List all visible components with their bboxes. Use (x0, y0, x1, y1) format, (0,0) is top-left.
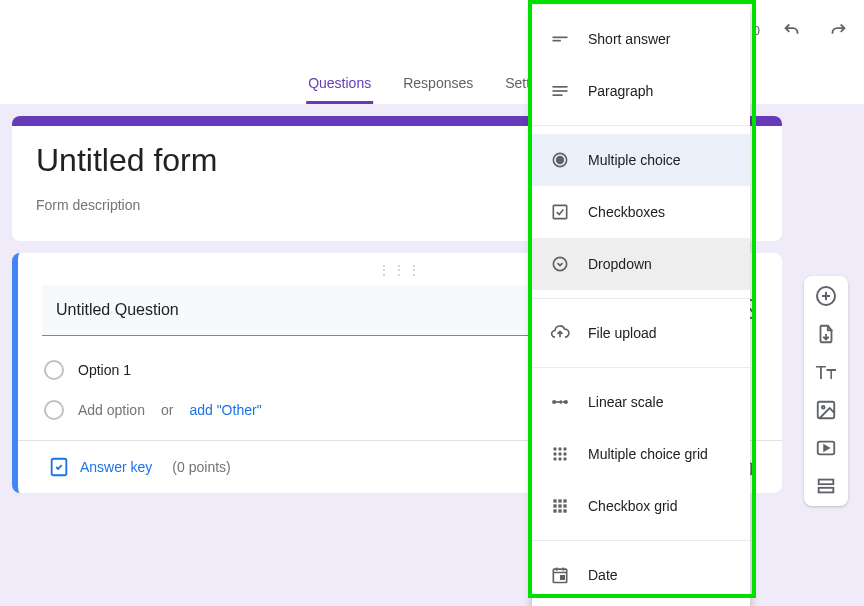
undo-button[interactable] (778, 16, 806, 44)
radio-icon (44, 360, 64, 380)
menu-item-checkboxes[interactable]: Checkboxes (532, 186, 750, 238)
svg-point-16 (557, 157, 564, 164)
svg-point-25 (558, 447, 561, 450)
menu-label: Checkboxes (588, 204, 665, 220)
option-1-text[interactable]: Option 1 (78, 362, 131, 378)
paragraph-icon (548, 79, 572, 103)
menu-item-date[interactable]: Date (532, 549, 750, 601)
svg-point-28 (558, 452, 561, 455)
menu-item-checkbox-grid[interactable]: Checkbox grid (532, 480, 750, 532)
svg-rect-39 (553, 509, 556, 512)
svg-point-24 (553, 447, 556, 450)
svg-rect-35 (563, 499, 566, 502)
svg-rect-8 (819, 480, 834, 485)
menu-separator (532, 367, 750, 368)
tab-responses[interactable]: Responses (401, 65, 475, 104)
menu-item-multiple-choice[interactable]: Multiple choice (532, 134, 750, 186)
menu-separator (532, 125, 750, 126)
dropdown-icon (548, 252, 572, 276)
menu-label: Multiple choice (588, 152, 681, 168)
svg-rect-11 (553, 40, 561, 42)
add-title-button[interactable]: Tᴛ (814, 360, 838, 384)
grid-dots-icon (548, 442, 572, 466)
add-section-button[interactable] (814, 474, 838, 498)
svg-point-30 (553, 457, 556, 460)
svg-point-31 (558, 457, 561, 460)
svg-point-19 (552, 400, 556, 404)
cloud-upload-icon (548, 321, 572, 345)
radio-selected-icon (548, 148, 572, 172)
import-questions-button[interactable] (814, 322, 838, 346)
add-image-toolbar-button[interactable] (814, 398, 838, 422)
svg-rect-10 (553, 37, 568, 39)
menu-label: Date (588, 567, 618, 583)
svg-rect-9 (819, 488, 834, 493)
menu-item-short-answer[interactable]: Short answer (532, 13, 750, 65)
svg-rect-36 (553, 504, 556, 507)
header-actions: ts: 0 (735, 16, 852, 44)
svg-rect-14 (553, 94, 563, 96)
short-answer-icon (548, 27, 572, 51)
menu-item-paragraph[interactable]: Paragraph (532, 65, 750, 117)
svg-point-26 (563, 447, 566, 450)
add-video-button[interactable] (814, 436, 838, 460)
tab-questions[interactable]: Questions (306, 65, 373, 104)
radio-icon (44, 400, 64, 420)
svg-point-32 (563, 457, 566, 460)
svg-point-21 (559, 400, 562, 403)
svg-point-27 (553, 452, 556, 455)
question-type-menu: Short answer Paragraph Multiple choice C… (532, 5, 750, 606)
calendar-icon (548, 563, 572, 587)
svg-point-29 (563, 452, 566, 455)
or-text: or (161, 402, 173, 418)
menu-separator (532, 540, 750, 541)
svg-rect-13 (553, 90, 568, 92)
side-toolbar: Tᴛ (804, 276, 848, 506)
add-question-button[interactable] (814, 284, 838, 308)
menu-label: File upload (588, 325, 657, 341)
redo-button[interactable] (824, 16, 852, 44)
menu-label: Short answer (588, 31, 670, 47)
svg-rect-37 (558, 504, 561, 507)
menu-item-mc-grid[interactable]: Multiple choice grid (532, 428, 750, 480)
svg-rect-38 (563, 504, 566, 507)
svg-rect-12 (553, 86, 568, 88)
grid-squares-icon (548, 494, 572, 518)
svg-point-23 (564, 400, 568, 404)
svg-point-6 (822, 406, 825, 409)
menu-item-time[interactable]: Time (532, 601, 750, 606)
answer-key-label: Answer key (80, 459, 152, 475)
svg-rect-43 (561, 576, 564, 579)
answer-key-button[interactable]: Answer key (48, 456, 152, 478)
menu-item-dropdown[interactable]: Dropdown (532, 238, 750, 290)
add-other-button[interactable]: add "Other" (189, 402, 261, 418)
points-label: (0 points) (172, 459, 230, 475)
tab-bar: Questions Responses Settings (306, 65, 558, 104)
menu-label: Linear scale (588, 394, 664, 410)
svg-rect-33 (553, 499, 556, 502)
svg-rect-41 (563, 509, 566, 512)
menu-label: Paragraph (588, 83, 653, 99)
svg-rect-40 (558, 509, 561, 512)
menu-label: Checkbox grid (588, 498, 678, 514)
add-option-button[interactable]: Add option (78, 402, 145, 418)
checkbox-icon (548, 200, 572, 224)
linear-scale-icon (548, 390, 572, 414)
menu-item-linear-scale[interactable]: Linear scale (532, 376, 750, 428)
menu-label: Multiple choice grid (588, 446, 708, 462)
menu-label: Dropdown (588, 256, 652, 272)
svg-rect-34 (558, 499, 561, 502)
menu-item-file-upload[interactable]: File upload (532, 307, 750, 359)
svg-rect-17 (553, 205, 566, 218)
menu-separator (532, 298, 750, 299)
svg-point-18 (553, 257, 566, 270)
